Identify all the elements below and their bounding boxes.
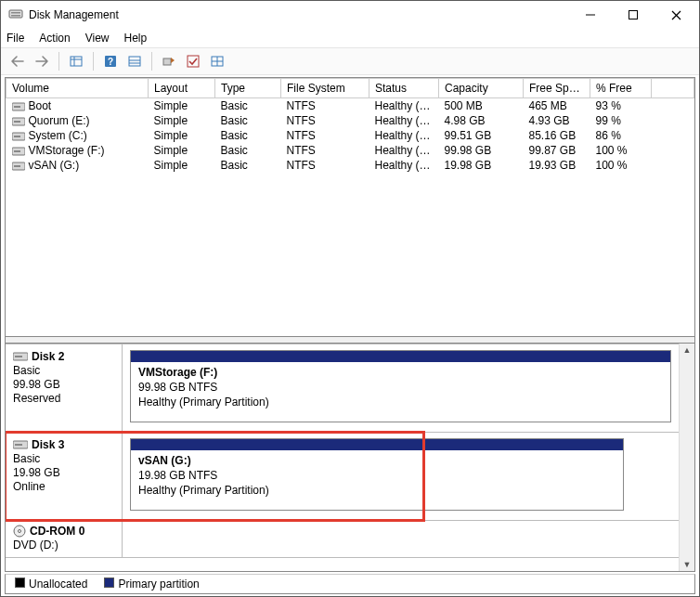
disk-partitions: vSAN (G:) 19.98 GB NTFS Healthy (Primary… — [123, 433, 679, 520]
cell-status: Healthy (P... — [369, 158, 439, 173]
disk-graphical-pane[interactable]: Disk 2 Basic 99.98 GB Reserved VMStorage… — [5, 343, 695, 572]
table-row[interactable]: System (C:)SimpleBasicNTFSHealthy (B...9… — [6, 128, 694, 143]
view-list-icon[interactable] — [65, 50, 87, 72]
disk-info: Disk 2 Basic 99.98 GB Reserved — [6, 344, 123, 432]
disc-icon — [13, 525, 26, 538]
svg-rect-0 — [9, 10, 22, 18]
menu-file[interactable]: File — [6, 32, 24, 45]
svg-rect-15 — [163, 58, 171, 65]
cell-layout: Simple — [149, 113, 215, 128]
svg-text:?: ? — [108, 57, 113, 67]
window-controls — [569, 1, 697, 29]
col-layout[interactable]: Layout — [149, 79, 215, 98]
disk-type: Basic — [13, 452, 114, 465]
col-freespace[interactable]: Free Spa... — [524, 79, 590, 98]
scroll-down-icon[interactable]: ▼ — [683, 560, 692, 569]
menu-action[interactable]: Action — [39, 32, 70, 45]
svg-rect-23 — [14, 121, 20, 123]
settings-icon[interactable] — [123, 50, 146, 72]
action-icon[interactable] — [158, 50, 180, 72]
cell-type: Basic — [215, 158, 281, 173]
col-filesystem[interactable]: File System — [281, 79, 369, 98]
cell-free: 4.93 GB — [524, 113, 590, 128]
volume-table: Volume Layout Type File System Status Ca… — [6, 78, 694, 173]
col-status[interactable]: Status — [369, 79, 439, 98]
forward-button[interactable] — [31, 50, 53, 72]
legend-primary: Primary partition — [104, 578, 199, 591]
maximize-button[interactable] — [612, 1, 655, 29]
volume-name: Quorum (E:) — [29, 114, 90, 127]
svg-rect-27 — [14, 150, 20, 152]
grid-icon[interactable] — [206, 50, 228, 72]
table-row[interactable]: BootSimpleBasicNTFSHealthy (S...500 MB46… — [6, 98, 694, 114]
table-row[interactable]: VMStorage (F:)SimpleBasicNTFSHealthy (P.… — [6, 143, 694, 158]
cell-pct: 86 % — [590, 128, 652, 143]
col-capacity[interactable]: Capacity — [439, 79, 524, 98]
menu-help[interactable]: Help — [124, 32, 148, 45]
cell-pct: 93 % — [590, 98, 652, 114]
disk-row-disk3[interactable]: Disk 3 Basic 19.98 GB Online vSAN (G:) 1… — [6, 433, 679, 521]
cell-layout: Simple — [149, 143, 215, 158]
col-extra[interactable] — [652, 79, 694, 98]
cell-layout: Simple — [149, 98, 215, 114]
cell-layout: Simple — [149, 128, 215, 143]
cell-capacity: 99.98 GB — [439, 143, 524, 158]
cell-pct: 99 % — [590, 113, 652, 128]
svg-rect-31 — [15, 356, 22, 357]
volume-icon — [12, 132, 25, 141]
toolbar-separator — [93, 52, 94, 71]
disk-row-disk2[interactable]: Disk 2 Basic 99.98 GB Reserved VMStorage… — [6, 344, 679, 433]
minimize-button[interactable] — [569, 1, 612, 29]
volume-list-pane[interactable]: Volume Layout Type File System Status Ca… — [5, 77, 695, 337]
disk-size: 99.98 GB — [13, 378, 114, 391]
swatch-unallocated — [15, 578, 25, 588]
legend-unallocated: Unallocated — [15, 578, 87, 591]
disk-state: Online — [13, 480, 114, 493]
table-row[interactable]: Quorum (E:)SimpleBasicNTFSHealthy (P...4… — [6, 113, 694, 128]
check-icon[interactable] — [182, 50, 204, 72]
disk-type: Basic — [13, 364, 114, 377]
svg-rect-12 — [129, 57, 140, 66]
svg-rect-7 — [71, 57, 82, 66]
cell-capacity: 4.98 GB — [439, 113, 524, 128]
cell-type: Basic — [215, 98, 281, 114]
table-row[interactable]: vSAN (G:)SimpleBasicNTFSHealthy (P...19.… — [6, 158, 694, 173]
legend-primary-label: Primary partition — [118, 578, 199, 591]
cell-fs: NTFS — [281, 113, 369, 128]
volume-icon — [12, 147, 25, 156]
cell-type: Basic — [215, 113, 281, 128]
vertical-scrollbar[interactable]: ▲ ▼ — [679, 344, 694, 571]
svg-rect-21 — [14, 106, 20, 108]
cell-fs: NTFS — [281, 158, 369, 173]
legend-unallocated-label: Unallocated — [29, 578, 87, 591]
cell-fs: NTFS — [281, 143, 369, 158]
disk-row-cdrom0[interactable]: CD-ROM 0 DVD (D:) — [6, 521, 679, 558]
svg-rect-2 — [11, 15, 20, 17]
col-pctfree[interactable]: % Free — [590, 79, 652, 98]
disk-partitions: VMStorage (F:) 99.98 GB NTFS Healthy (Pr… — [123, 344, 679, 432]
cell-status: Healthy (B... — [369, 128, 439, 143]
toolbar-separator — [58, 52, 59, 71]
help-icon[interactable]: ? — [99, 50, 122, 72]
disk-title-text: Disk 3 — [32, 438, 64, 451]
col-type[interactable]: Type — [215, 79, 281, 98]
close-button[interactable] — [655, 1, 697, 29]
partition-name: VMStorage (F:) — [138, 365, 663, 380]
volume-name: vSAN (G:) — [29, 159, 80, 172]
window-title: Disk Management — [29, 8, 569, 21]
cell-fs: NTFS — [281, 128, 369, 143]
volume-name: Boot — [29, 99, 52, 112]
partition-vmstorage[interactable]: VMStorage (F:) 99.98 GB NTFS Healthy (Pr… — [130, 350, 671, 422]
partition-vsan[interactable]: vSAN (G:) 19.98 GB NTFS Healthy (Primary… — [130, 438, 624, 511]
cell-capacity: 500 MB — [439, 98, 524, 114]
back-button[interactable] — [6, 50, 29, 72]
disk-partitions — [123, 521, 679, 557]
cell-type: Basic — [215, 143, 281, 158]
legend-bar: Unallocated Primary partition — [5, 574, 695, 594]
svg-rect-25 — [14, 136, 20, 137]
partition-name: vSAN (G:) — [138, 453, 616, 468]
col-volume[interactable]: Volume — [6, 79, 149, 98]
scroll-up-icon[interactable]: ▲ — [683, 345, 692, 355]
svg-rect-1 — [11, 12, 20, 14]
menu-view[interactable]: View — [85, 32, 110, 45]
